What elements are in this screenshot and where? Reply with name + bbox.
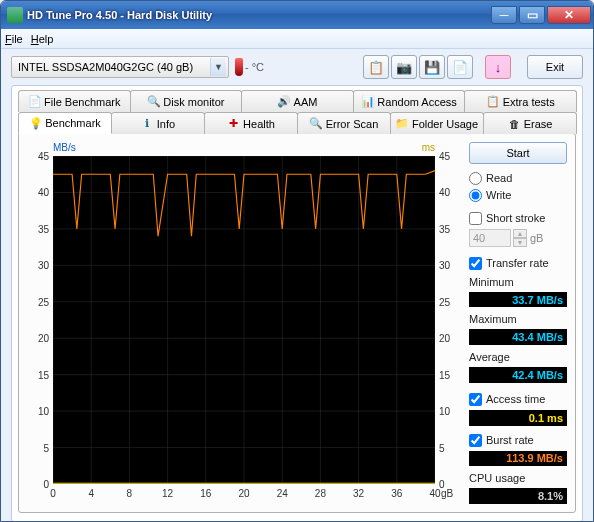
maximum-value: 43.4 MB/s bbox=[469, 329, 567, 345]
refresh-button[interactable]: ↓ bbox=[485, 55, 511, 79]
copy-button[interactable]: 📋 bbox=[363, 55, 389, 79]
tab-folder-usage[interactable]: 📁Folder Usage bbox=[390, 112, 484, 134]
temperature-display: - °C bbox=[235, 58, 264, 76]
menu-file[interactable]: File bbox=[5, 33, 23, 45]
app-window: HD Tune Pro 4.50 - Hard Disk Utility ─ ▭… bbox=[0, 0, 594, 522]
transfer-rate-check[interactable]: Transfer rate bbox=[469, 257, 567, 270]
side-panel: Start Read Write Short stroke 40 ▲▼ gB T… bbox=[469, 142, 567, 504]
info-icon: ℹ bbox=[141, 117, 154, 130]
y-left-ticks: 454035302520151050 bbox=[27, 156, 51, 484]
extra-icon: 📋 bbox=[487, 95, 500, 108]
health-icon: ✚ bbox=[227, 117, 240, 130]
minimum-value: 33.7 MB/s bbox=[469, 292, 567, 308]
short-stroke-check[interactable]: Short stroke bbox=[469, 212, 567, 225]
tab-info[interactable]: ℹInfo bbox=[111, 112, 205, 134]
access-time-value: 0.1 ms bbox=[469, 410, 567, 426]
trash-icon: 🗑 bbox=[508, 117, 521, 130]
tab-aam[interactable]: 🔊AAM bbox=[241, 90, 354, 112]
maximum-label: Maximum bbox=[469, 313, 567, 325]
settings-button[interactable]: 📄 bbox=[447, 55, 473, 79]
drive-selected-text: INTEL SSDSA2M040G2GC (40 gB) bbox=[18, 61, 193, 73]
scan-icon: 🔍 bbox=[310, 117, 323, 130]
speaker-icon: 🔊 bbox=[278, 95, 291, 108]
file-icon: 📄 bbox=[28, 95, 41, 108]
average-value: 42.4 MB/s bbox=[469, 367, 567, 383]
cpu-usage-label: CPU usage bbox=[469, 472, 567, 484]
bulb-icon: 💡 bbox=[29, 117, 42, 130]
access-time-check[interactable]: Access time bbox=[469, 393, 567, 406]
screenshot-button[interactable]: 📷 bbox=[391, 55, 417, 79]
benchmark-chart bbox=[53, 156, 435, 484]
main-panel: 📄File Benchmark 🔍Disk monitor 🔊AAM 📊Rand… bbox=[11, 85, 583, 522]
tab-disk-monitor[interactable]: 🔍Disk monitor bbox=[130, 90, 243, 112]
tab-file-benchmark[interactable]: 📄File Benchmark bbox=[18, 90, 131, 112]
exit-button[interactable]: Exit bbox=[527, 55, 583, 79]
random-icon: 📊 bbox=[361, 95, 374, 108]
maximize-button[interactable]: ▭ bbox=[519, 6, 545, 24]
menu-help[interactable]: Help bbox=[31, 33, 54, 45]
burst-rate-check[interactable]: Burst rate bbox=[469, 434, 567, 447]
tab-extra-tests[interactable]: 📋Extra tests bbox=[464, 90, 577, 112]
minimize-button[interactable]: ─ bbox=[491, 6, 517, 24]
benchmark-content: MB/s ms 454035302520151050 4540353025201… bbox=[18, 133, 576, 513]
monitor-icon: 🔍 bbox=[147, 95, 160, 108]
menubar: File Help bbox=[1, 29, 593, 49]
stroke-spinner: ▲▼ bbox=[513, 229, 527, 247]
y-right-unit: ms bbox=[422, 142, 435, 153]
chart-area: MB/s ms 454035302520151050 4540353025201… bbox=[27, 142, 461, 504]
app-icon bbox=[7, 7, 23, 23]
save-button[interactable]: 💾 bbox=[419, 55, 445, 79]
close-button[interactable]: ✕ bbox=[547, 6, 591, 24]
chevron-down-icon: ▼ bbox=[210, 58, 226, 76]
titlebar[interactable]: HD Tune Pro 4.50 - Hard Disk Utility ─ ▭… bbox=[1, 1, 593, 29]
cpu-usage-value: 8.1% bbox=[469, 488, 567, 504]
start-button[interactable]: Start bbox=[469, 142, 567, 164]
tab-health[interactable]: ✚Health bbox=[204, 112, 298, 134]
window-title: HD Tune Pro 4.50 - Hard Disk Utility bbox=[27, 9, 491, 21]
tab-erase[interactable]: 🗑Erase bbox=[483, 112, 577, 134]
tab-row-top: 📄File Benchmark 🔍Disk monitor 🔊AAM 📊Rand… bbox=[18, 90, 576, 112]
y-right-ticks: 454035302520151050 bbox=[437, 156, 461, 484]
average-label: Average bbox=[469, 351, 567, 363]
write-radio[interactable]: Write bbox=[469, 189, 567, 202]
tab-benchmark[interactable]: 💡Benchmark bbox=[18, 112, 112, 134]
folder-icon: 📁 bbox=[396, 117, 409, 130]
x-ticks: 0481216202428323640gB bbox=[53, 486, 435, 504]
thermometer-icon bbox=[235, 58, 243, 76]
tab-row-bottom: 💡Benchmark ℹInfo ✚Health 🔍Error Scan 📁Fo… bbox=[18, 112, 576, 134]
y-left-unit: MB/s bbox=[53, 142, 76, 153]
tab-random-access[interactable]: 📊Random Access bbox=[353, 90, 466, 112]
minimum-label: Minimum bbox=[469, 276, 567, 288]
tab-error-scan[interactable]: 🔍Error Scan bbox=[297, 112, 391, 134]
stroke-value-input: 40 bbox=[469, 229, 511, 247]
read-radio[interactable]: Read bbox=[469, 172, 567, 185]
drive-select[interactable]: INTEL SSDSA2M040G2GC (40 gB) ▼ bbox=[11, 56, 229, 78]
burst-rate-value: 113.9 MB/s bbox=[469, 451, 567, 467]
